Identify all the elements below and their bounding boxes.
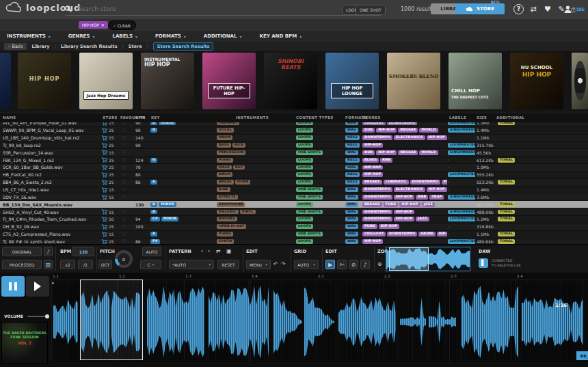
table-row[interactable]: SOV_FX_56.wav15♡EFFECTSONE SHOTSWAVDOWNT…: [0, 193, 588, 201]
store-cell[interactable]: 25: [101, 239, 122, 245]
favourite-heart-icon[interactable]: ♡: [122, 142, 131, 149]
pitch-auto-button[interactable]: AUTO: [142, 247, 161, 256]
zoom-in-icon[interactable]: ⊕: [377, 261, 382, 267]
favourite-heart-icon[interactable]: ♡: [122, 122, 131, 126]
breadcrumb-item[interactable]: Library: [31, 44, 49, 49]
table-row[interactable]: TJ_99_bd_loop.rx225♡99BASSKICKLOOPSREX2H…: [0, 142, 588, 150]
col-size[interactable]: SIZE: [477, 115, 487, 120]
favourite-heart-icon[interactable]: ♡: [122, 164, 131, 171]
waveform-editor[interactable]: 1.11.21.31.42.12.22.32.4 ▸ 1/16 BB_130_D…: [51, 273, 588, 362]
pack-artwork[interactable]: FUTURE HIP-HOP: [202, 53, 256, 109]
expand-arrow-icon[interactable]: ›: [448, 135, 450, 141]
volume-slider[interactable]: [27, 316, 48, 317]
favourite-heart-icon[interactable]: ♡: [122, 127, 131, 134]
store-cell[interactable]: 25: [101, 122, 122, 126]
table-row[interactable]: OH_B_92_09.wav25♡100OPEN HI-HATLOOPSWAVF…: [0, 223, 588, 231]
favourite-heart-icon[interactable]: ♡: [122, 157, 131, 163]
waveform-segment[interactable]: [273, 284, 302, 360]
table-row[interactable]: US_CT_hits_ride1.wav15♡RIDEONE SHOTSWAVD…: [0, 187, 588, 194]
breadcrumb-item[interactable]: Store: [129, 44, 142, 49]
pack-artwork[interactable]: SMOKERS BLEND: [387, 53, 440, 109]
nav-item-labels[interactable]: LABELS▾: [112, 33, 137, 39]
favourite-heart-icon[interactable]: ♡: [122, 193, 131, 200]
pause-button[interactable]: [1, 276, 25, 297]
chip-close-icon[interactable]: ✕: [101, 23, 105, 27]
pack-artwork[interactable]: INSTRUMENTALHIP HOP: [141, 53, 194, 109]
edit-menu-select[interactable]: MENU▾: [246, 260, 271, 269]
col-content-types[interactable]: CONTENT TYPES: [296, 115, 333, 120]
waveform-segment[interactable]: [147, 284, 204, 360]
help-icon[interactable]: ?: [513, 4, 524, 14]
col-instruments[interactable]: INSTRUMENTS: [236, 115, 269, 120]
redo-icon[interactable]: ↷: [281, 261, 286, 267]
nav-item-instruments[interactable]: INSTRUMENTS▾: [7, 33, 51, 39]
col-store[interactable]: STORE: [103, 115, 118, 120]
store-cell[interactable]: 25: [101, 157, 122, 163]
expand-arrow-icon[interactable]: ›: [448, 165, 450, 170]
waveform-segment[interactable]: [338, 284, 396, 360]
expand-arrow-icon[interactable]: ›: [448, 180, 450, 185]
expand-arrow-icon[interactable]: ›: [448, 224, 450, 230]
waveform-segment[interactable]: [209, 284, 269, 360]
col-name[interactable]: NAME: [3, 115, 16, 120]
pattern-next-icon[interactable]: ›: [208, 248, 210, 254]
waveform-segment[interactable]: [304, 284, 334, 360]
table-row[interactable]: SHU2_A_Vinyl_Cut_49.wav15♡AMELODICVINYLO…: [0, 208, 588, 216]
copy-icon[interactable]: ▧: [44, 260, 53, 269]
nav-item-formats[interactable]: FORMATS▾: [155, 33, 186, 39]
store-cell[interactable]: 15: [101, 208, 122, 215]
store-cell[interactable]: 15: [101, 187, 122, 193]
favourite-heart-icon[interactable]: ♡: [122, 216, 131, 223]
col-key[interactable]: KEY: [151, 115, 160, 120]
pattern-prev-icon[interactable]: ‹: [201, 248, 203, 254]
pack-artwork[interactable]: CHILL HOPTHE DEEPEST CUTZ: [449, 53, 502, 109]
table-row[interactable]: HB_FlatCat_80.rx225♡80DRUMLOOPSREX2HIP-H…: [0, 172, 588, 179]
store-cell[interactable]: 15: [101, 149, 122, 156]
table-row[interactable]: US_LBS_140_Drumloop_vitis_hat.rx225♡140D…: [0, 135, 588, 142]
octave-button[interactable]: OCT: [98, 260, 112, 269]
favourite-heart-icon[interactable]: ♡: [122, 231, 131, 238]
col-genres[interactable]: GENRES: [362, 115, 381, 120]
table-row[interactable]: BB_130_Dm_SAX_Moanin.wav✓130DMINORSAXOPH…: [0, 201, 588, 208]
waveform-segment[interactable]: [400, 284, 426, 360]
pattern-reset-button[interactable]: RESET: [217, 260, 239, 269]
store-cell[interactable]: 15: [101, 231, 122, 238]
favourite-heart-icon[interactable]: ♡: [122, 179, 131, 186]
favourite-heart-icon[interactable]: ♡: [122, 149, 131, 156]
breadcrumb-active[interactable]: Store Search Results: [153, 42, 214, 51]
table-row[interactable]: CTS_A3_Compressed_Piano.wav15♡APIANOONE …: [0, 231, 588, 239]
now-playing-artwork[interactable]: THE BAKER BROTHERS FUNK SESSION VOL 2: [1, 322, 48, 364]
store-cell[interactable]: 25: [101, 127, 122, 134]
shuffle-icon[interactable]: ⇄: [528, 4, 539, 15]
pattern-save-icon[interactable]: ▣: [226, 248, 232, 254]
favourite-heart-icon[interactable]: ♡: [122, 223, 131, 230]
pitch-knob[interactable]: 0: [115, 250, 133, 268]
nav-item-genres[interactable]: GENRES▾: [68, 33, 95, 39]
store-cell[interactable]: ✓: [101, 201, 122, 208]
pattern-shuffle-icon[interactable]: ⇄: [216, 248, 221, 254]
user-icon[interactable]: [563, 5, 572, 14]
pack-artwork[interactable]: Jazz Hop Dreams: [79, 53, 133, 109]
nav-item-additional[interactable]: ADDITIONAL▾: [204, 33, 242, 39]
mute-tool-icon[interactable]: ⊘: [349, 260, 358, 269]
table-row[interactable]: ATL_90_Am_Trumpet_Hook_01.wav25♡90AMINOR…: [0, 122, 588, 127]
monitor-icon[interactable]: ♪: [44, 247, 53, 256]
pack-artwork[interactable]: HIP HOP: [18, 53, 71, 109]
table-row[interactable]: SCR_60_1Bar_BB_Golds.wav25♡70MALERAPLOOP…: [0, 164, 588, 172]
waveform-selection[interactable]: [80, 280, 143, 360]
key-select[interactable]: C▾: [140, 260, 161, 269]
waveform-overview[interactable]: [386, 247, 470, 271]
waveform-segment[interactable]: [53, 284, 78, 360]
play-button[interactable]: [26, 276, 49, 297]
waveform-segment[interactable]: [429, 284, 456, 360]
volume-tool-icon[interactable]: ♪: [360, 260, 370, 269]
waveform-segment[interactable]: [462, 284, 518, 360]
one-shot-toggle-button[interactable]: ONE SHOT: [356, 5, 386, 15]
table-row[interactable]: BB4_86_A_Siesta_2.rx225♡86ABRASSHORNLOOP…: [0, 179, 588, 187]
nav-item-key-and-bpm[interactable]: KEY AND BPM▾: [259, 33, 302, 39]
undo-icon[interactable]: ↶: [273, 261, 278, 267]
favourite-heart-icon[interactable]: ♡: [122, 172, 131, 178]
store-cell[interactable]: 25: [101, 179, 122, 186]
bpm-x2-button[interactable]: x2: [60, 260, 75, 269]
store-cell[interactable]: 25: [101, 142, 122, 149]
